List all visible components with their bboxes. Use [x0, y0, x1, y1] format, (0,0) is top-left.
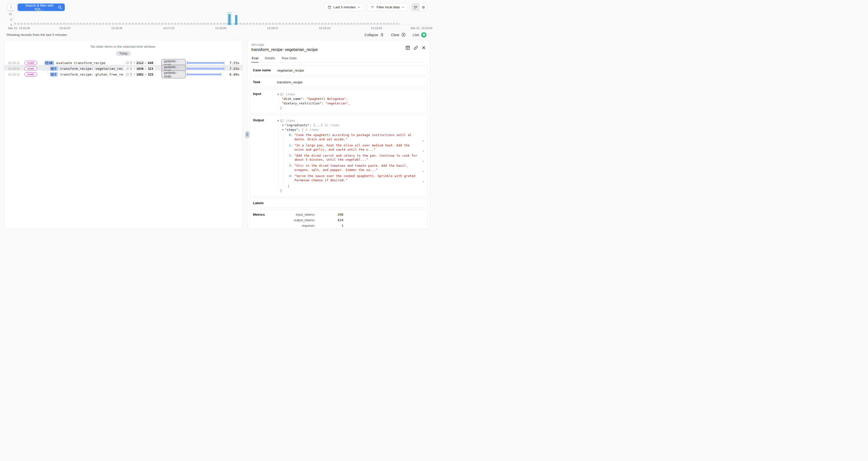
sigma-icon: Σ	[130, 67, 132, 70]
chart-plot-area[interactable]: 10 5 0	[13, 14, 429, 25]
json-array-item: 3: "Stir in the diced tomatoes and tomat…	[287, 164, 424, 172]
dock-panel-icon	[406, 46, 410, 50]
metric-row: input_tokens: 208	[277, 213, 424, 216]
dock-panel-button[interactable]	[406, 43, 410, 52]
timeline-bar[interactable]	[235, 15, 237, 25]
collapse-children-badge[interactable]: 16	[44, 61, 54, 65]
row-timestamp: 13:18:11	[8, 67, 24, 70]
tokens-in-arrow-icon: ↗	[133, 67, 135, 70]
json-index: 1:	[287, 143, 292, 152]
filter-local-data-button[interactable]: Filter local data	[367, 3, 408, 11]
collapse-label: Collapse	[365, 33, 378, 37]
chevron-down-icon	[358, 6, 360, 8]
trace-row-gluten-free-recipe[interactable]: 13:18:11 evals 7 transform_recipe: glute…	[4, 70, 242, 76]
timeline-chart[interactable]: 10 5 0 Mar 31. 13:15:30 13:16:07 13:16:4…	[5, 12, 431, 30]
record-kind-label: message	[251, 43, 318, 47]
duration-bar[interactable]	[187, 73, 221, 75]
filter-icon	[371, 5, 374, 9]
tokens-out: 323	[148, 67, 153, 70]
trace-list-panel: No older items in the selected time wind…	[4, 40, 243, 229]
json-string-value: "Spaghetti Bolognese",	[306, 97, 348, 101]
span-name: evaluate transform_recipe	[56, 61, 105, 65]
json-collapsed-array[interactable]: [...]	[313, 123, 323, 127]
time-range-button[interactable]: Last 5 minutes	[324, 3, 364, 11]
duration-text: 7.53s	[225, 61, 239, 65]
json-array-item: 4: "Serve the sauce over the cooked spag…	[287, 174, 424, 183]
status-bar: Showing records from the last 5 minutes …	[6, 32, 427, 37]
duration-bar[interactable]	[187, 62, 224, 64]
scope-badge: evals	[24, 61, 37, 65]
detail-panel: message transform_recipe: vegetarian_rec…	[247, 40, 430, 229]
chevron-down-icon	[402, 6, 404, 8]
span-name: transform_recipe: gluten_free_recipe	[60, 72, 123, 76]
collapse-node-icon[interactable]	[277, 119, 280, 123]
json-index: 0:	[287, 133, 292, 142]
tab-eval[interactable]: Eval	[251, 55, 258, 63]
task-label: Task	[253, 80, 277, 84]
metric-key: input_tokens:	[277, 213, 315, 216]
square-plus-icon	[51, 67, 54, 70]
slash-shortcut-key: /	[7, 4, 14, 11]
detail-title: transform_recipe: vegetarian_recipe	[251, 47, 318, 52]
filter-local-data-label: Filter local data	[376, 5, 400, 9]
search-button[interactable]: Search & filter with SQL...	[18, 3, 65, 11]
no-older-items-notice: No older items in the selected time wind…	[4, 45, 242, 49]
input-label: Input	[253, 92, 277, 111]
metrics-section: Metrics input_tokens: 208 output_tokens:…	[249, 210, 428, 229]
input-json-viewer: {2 items "dish_name": "Spaghetti Bologne…	[277, 92, 424, 111]
tokens-in-arrow-icon: ↗	[133, 61, 135, 64]
tokens-in: 1082	[136, 73, 144, 76]
calendar-icon	[328, 5, 331, 9]
json-close-brace: }	[280, 189, 282, 192]
top-bar: / Search & filter with SQL... Last 5 min…	[0, 0, 434, 12]
view-mode-toggle	[411, 3, 428, 11]
json-string-value: "Add the diced carrot and celery to the …	[294, 154, 421, 162]
expand-children-badge[interactable]: 7	[50, 72, 58, 76]
copy-link-button[interactable]	[414, 43, 418, 52]
live-toggle-button[interactable]: Live	[413, 32, 427, 37]
row-timestamp: 13:18:11	[8, 61, 24, 65]
detail-body: Case name vegetarian_recipe Task transfo…	[247, 63, 430, 229]
duration-text: 7.53s	[225, 67, 239, 70]
collapse-node-icon[interactable]	[282, 128, 285, 131]
live-indicator-icon	[421, 32, 427, 37]
list-view-button[interactable]	[420, 3, 427, 11]
scope-badge: evals	[24, 72, 37, 76]
clear-button[interactable]: Clear	[391, 33, 406, 37]
metrics-label: Metrics	[253, 213, 277, 229]
duration-bar[interactable]	[187, 68, 224, 69]
tab-details[interactable]: Details	[265, 55, 275, 62]
square-plus-icon	[51, 73, 54, 76]
json-open-brace: {	[280, 119, 282, 123]
tokens-out: 648	[148, 61, 153, 65]
timeline-bar-selected[interactable]	[228, 14, 230, 25]
span-marker	[210, 73, 211, 76]
expand-node-icon[interactable]	[282, 123, 285, 127]
sigma-icon: Σ	[130, 73, 132, 76]
live-label: Live	[413, 33, 419, 37]
token-usage-badge: Σ ↗ 1030 ↙ 323	[123, 66, 156, 71]
time-range-label: Last 5 minutes	[334, 5, 355, 9]
sigma-icon: Σ	[130, 61, 132, 65]
tab-raw-data[interactable]: Raw Data	[282, 55, 297, 62]
json-open-brace: {	[280, 92, 282, 96]
trace-row-evaluate-transform-recipe[interactable]: 13:18:11 evals 16 evaluate transform_rec…	[4, 59, 242, 65]
json-close-bracket: ]	[287, 184, 289, 188]
json-item-count: 2 items	[282, 119, 296, 123]
collapse-node-icon[interactable]	[277, 92, 280, 96]
clear-label: Clear	[391, 33, 399, 37]
tokens-out: 325	[148, 73, 153, 76]
tree-view-button[interactable]	[412, 3, 420, 11]
trace-row-vegetarian-recipe[interactable]: 13:18:11 evals 7 transform_recipe: veget…	[4, 65, 242, 70]
row-timestamp: 13:18:11	[8, 73, 24, 76]
expand-children-badge[interactable]: 7	[50, 66, 58, 71]
json-array-item: 2: "Add the diced carrot and celery to t…	[287, 154, 424, 162]
tree-connector	[47, 65, 50, 68]
json-key: "ingredients"	[285, 123, 309, 127]
span-marker	[215, 73, 216, 76]
collapse-button[interactable]: Collapse	[365, 33, 384, 37]
panel-resize-handle[interactable]: ⠿	[245, 131, 249, 138]
app-root: / Search & filter with SQL... Last 5 min…	[0, 0, 434, 230]
token-usage-badge: Σ ↗ 1082 ↙ 325	[123, 72, 156, 77]
close-panel-button[interactable]	[422, 43, 426, 52]
